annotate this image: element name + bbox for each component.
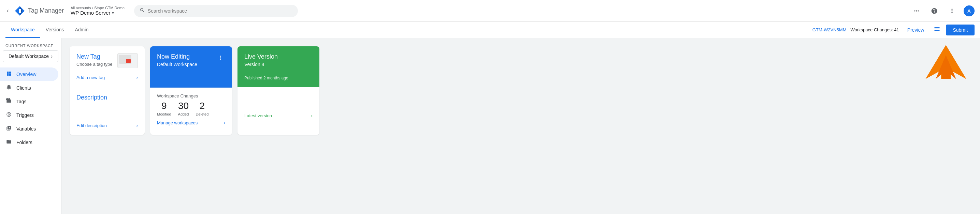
now-editing-title: Now Editing [157,53,197,60]
svg-text:A: A [967,8,971,14]
current-workspace-label: CURRENT WORKSPACE [0,44,61,48]
edit-description-arrow-icon: › [137,123,138,128]
now-editing-text: Now Editing Default Workspace [157,53,197,67]
added-label: Added [178,112,189,116]
header-right: A [910,5,975,17]
preview-button[interactable]: Preview [903,25,929,35]
cards-grid: New Tag Choose a tag type Add a new tag … [70,46,972,135]
tab-admin[interactable]: Admin [69,22,94,38]
now-editing-subtitle: Default Workspace [157,62,197,67]
more-vert-button[interactable] [946,5,958,17]
now-editing-more-button[interactable] [216,53,225,63]
middle-column: Now Editing Default Workspace Workspace … [150,46,232,135]
menu-lines-button[interactable] [932,24,942,35]
edit-description-link[interactable]: Edit description › [76,116,138,128]
tags-icon [5,98,12,105]
latest-version-link[interactable]: Latest version › [244,113,313,118]
help-button[interactable] [928,5,940,17]
live-version-subtitle: Version 8 [244,62,313,67]
deleted-label: Deleted [196,112,208,116]
content-area: New Tag Choose a tag type Add a new tag … [61,38,980,214]
new-tag-card-header: New Tag Choose a tag type [76,53,138,68]
overview-icon [5,71,12,78]
modified-label: Modified [157,112,171,116]
sidebar-item-folders[interactable]: Folders [0,136,58,149]
search-input[interactable] [148,8,293,14]
sidebar-item-tags[interactable]: Tags [0,95,58,108]
now-editing-header: Now Editing Default Workspace [157,53,225,67]
nav-right: GTM-W2VN5MM Workspace Changes: 41 Previe… [813,24,975,35]
manage-workspaces-link[interactable]: Manage workspaces › [157,120,225,125]
top-header: ‹ Tag Manager All accounts › Stape GTM D… [0,0,980,22]
sidebar-item-clients[interactable]: Clients [0,81,58,95]
sidebar-item-label-triggers: Triggers [16,113,34,118]
workspace-changes-card: Workspace Changes 9 Modified 30 Added 2 [150,87,232,131]
workspace-selector[interactable]: Default Workspace › [3,51,58,62]
workspace-changes-title: Workspace Changes [157,94,225,98]
modified-stat: 9 Modified [157,101,171,116]
gtm-logo-icon [14,5,25,16]
description-title: Description [76,94,138,101]
main-layout: CURRENT WORKSPACE Default Workspace › Ov… [0,38,980,214]
tag-type-preview-icon [118,53,138,68]
left-column: New Tag Choose a tag type Add a new tag … [70,46,145,135]
workspace-stats: 9 Modified 30 Added 2 Deleted [157,101,225,116]
svg-rect-2 [19,9,21,13]
sidebar: CURRENT WORKSPACE Default Workspace › Ov… [0,38,61,214]
tag-icon-inner [119,55,131,64]
breadcrumb-top: All accounts › Stape GTM Demo [71,6,124,10]
logo-container: Tag Manager [14,5,64,16]
workspace-selector-name: Default Workspace [8,54,49,59]
triggers-icon [5,112,12,119]
new-tag-title[interactable]: New Tag [76,53,113,60]
sidebar-item-label-tags: Tags [16,99,27,104]
right-column: Live Version Version 8 Published 2 month… [237,46,320,135]
deleted-stat: 2 Deleted [196,101,208,116]
sidebar-item-label-variables: Variables [16,126,36,132]
workspace-changes-count: Workspace Changes: 41 [851,27,899,32]
sidebar-item-label-overview: Overview [16,71,36,77]
added-stat: 30 Added [178,101,189,116]
live-version-footer: Latest version › [237,87,320,124]
variables-icon [5,125,12,132]
back-button[interactable]: ‹ [5,6,10,16]
live-version-timestamp: Published 2 months ago [244,71,313,81]
sidebar-item-overview[interactable]: Overview [0,68,58,81]
new-tag-card: New Tag Choose a tag type Add a new tag … [70,46,145,87]
account-name: WP Demo Server [71,10,110,16]
live-version-card: Live Version Version 8 Published 2 month… [237,46,320,87]
tab-workspace[interactable]: Workspace [5,22,40,38]
workspace-selector-arrow-icon: › [51,54,52,59]
latest-version-arrow-icon: › [311,113,313,118]
deleted-number: 2 [200,101,205,111]
submit-button[interactable]: Submit [946,25,975,35]
nav-tabs: Workspace Versions Admin GTM-W2VN5MM Wor… [0,22,980,38]
description-card: Description Edit description › [70,87,145,135]
breadcrumb: All accounts › Stape GTM Demo WP Demo Se… [71,6,124,16]
manage-workspaces-arrow-icon: › [224,120,225,125]
apps-button[interactable] [910,5,923,17]
new-tag-subtitle: Choose a tag type [76,62,113,67]
sidebar-item-label-clients: Clients [16,85,31,90]
now-editing-card: Now Editing Default Workspace [150,46,232,87]
add-new-tag-link[interactable]: Add a new tag › [76,68,138,80]
sidebar-item-label-folders: Folders [16,140,32,145]
tag-red-square [126,59,131,63]
modified-number: 9 [161,101,167,111]
gtm-id[interactable]: GTM-W2VN5MM [813,27,846,32]
sidebar-item-triggers[interactable]: Triggers [0,108,58,122]
live-version-title: Live Version [244,53,313,60]
account-selector[interactable]: WP Demo Server ▾ [71,10,114,16]
dropdown-arrow-icon: ▾ [112,11,114,15]
add-new-tag-arrow-icon: › [137,75,138,80]
app-name: Tag Manager [28,7,64,14]
folders-icon [5,139,12,146]
search-bar [134,5,298,17]
tab-versions[interactable]: Versions [40,22,70,38]
search-icon [140,8,145,14]
new-tag-text: New Tag Choose a tag type [76,53,113,67]
clients-icon [5,84,12,91]
sidebar-item-variables[interactable]: Variables [0,122,58,136]
avatar[interactable]: A [964,5,975,16]
added-number: 30 [178,101,189,111]
